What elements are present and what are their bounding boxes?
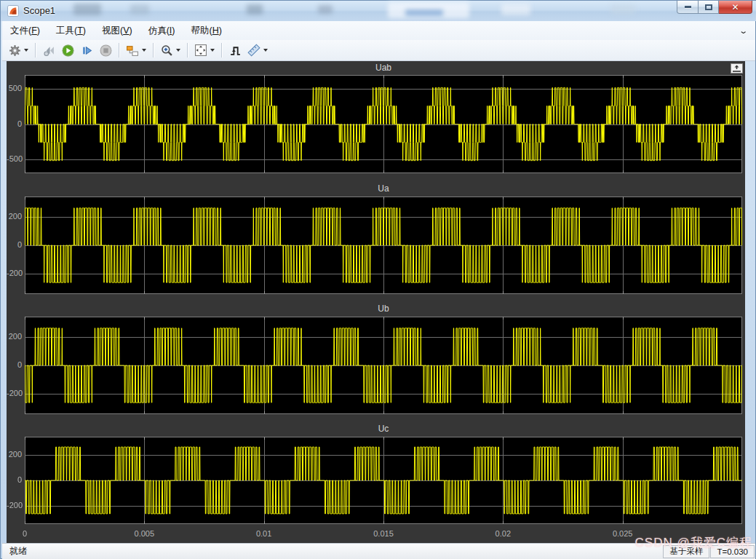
dropdown-arrow-icon xyxy=(24,49,28,52)
menu-item-label: 仿真( xyxy=(148,25,170,37)
step-forward-icon xyxy=(80,44,93,57)
plot-area-uab[interactable] xyxy=(25,75,742,173)
zoom-icon xyxy=(160,44,173,57)
menu-item-label: 文件( xyxy=(10,25,31,37)
menu-item-label: ) xyxy=(129,25,132,36)
x-tick-label: 0.005 xyxy=(128,529,160,538)
background-window-blur xyxy=(405,9,443,16)
window-title: Scope1 xyxy=(23,5,55,16)
y-tick-label: 500 xyxy=(7,84,22,92)
step-back-icon xyxy=(42,44,55,57)
measurements-button[interactable] xyxy=(245,41,270,59)
run-icon xyxy=(61,44,74,57)
menu-item-i[interactable]: 仿真(I) xyxy=(140,21,183,40)
toolbar-separator xyxy=(221,43,222,58)
y-tick-label: 200 xyxy=(7,332,22,341)
toolbar-separator xyxy=(153,43,154,58)
y-tick-label: 200 xyxy=(7,450,22,459)
x-tick-label: 0.015 xyxy=(367,529,399,538)
menu-items: 文件(F)工具(T)视图(V)仿真(I)帮助(H) xyxy=(2,21,230,40)
menu-item-h[interactable]: 帮助(H) xyxy=(183,21,229,40)
trigger-button[interactable] xyxy=(226,41,244,59)
toolbar-separator xyxy=(187,43,188,58)
x-tick-label: 0.02 xyxy=(487,529,519,538)
menu-bar: 文件(F)工具(T)视图(V)仿真(I)帮助(H) ⌄ xyxy=(2,21,755,41)
close-icon: ✕ xyxy=(731,3,739,12)
plot-area-ua[interactable] xyxy=(25,197,742,294)
background-window-blur xyxy=(610,4,635,15)
x-tick-label: 0.01 xyxy=(248,529,280,538)
minimize-button[interactable] xyxy=(677,1,699,14)
fit-to-view-button[interactable] xyxy=(192,41,217,59)
plot-title-uc: Uc xyxy=(25,424,742,435)
scope-canvas: Uab5000-500Ua2000-200Ub2000-200Uc2000-20… xyxy=(7,61,745,543)
fit-to-view-icon xyxy=(194,44,207,57)
plot-title-uab: Uab xyxy=(25,63,742,74)
signal-selector-icon xyxy=(126,44,139,57)
menu-item-v[interactable]: 视图(V) xyxy=(94,21,140,40)
y-tick-label: 200 xyxy=(7,212,22,221)
dropdown-arrow-icon xyxy=(142,49,146,52)
step-forward-button[interactable] xyxy=(78,41,95,59)
stop-icon xyxy=(99,44,112,57)
menu-item-label: ) xyxy=(172,25,175,36)
y-tick-label: -200 xyxy=(7,269,22,277)
dropdown-arrow-icon xyxy=(210,49,215,52)
background-window-blur xyxy=(501,4,530,15)
menu-item-t[interactable]: 工具(T) xyxy=(48,21,94,40)
stop-button[interactable] xyxy=(97,41,114,59)
plot-title-ub: Ub xyxy=(25,304,742,314)
menu-item-label: 工具( xyxy=(56,25,77,37)
x-tick-label: 0 xyxy=(9,529,41,538)
background-window-blur xyxy=(73,4,101,15)
menu-item-label: ) xyxy=(219,25,222,36)
dropdown-arrow-icon xyxy=(176,49,180,52)
scope-window: Scope1 ✕ 文件(F)工具(T)视图(V)仿真(I)帮助(H) ⌄ Uab… xyxy=(0,0,756,559)
signal-selector-button[interactable] xyxy=(124,41,148,59)
toolbar-separator xyxy=(119,43,119,58)
trigger-icon xyxy=(228,44,242,57)
y-tick-label: 0 xyxy=(7,475,22,484)
status-bar: 就绪 基于采样 T=0.030 xyxy=(2,543,755,559)
title-bar[interactable]: Scope1 ✕ xyxy=(1,1,756,21)
menu-overflow-chevron-icon[interactable]: ⌄ xyxy=(739,26,748,36)
plot-title-ua: Ua xyxy=(25,183,742,194)
minimize-icon xyxy=(685,6,691,8)
menu-item-f[interactable]: 文件(F) xyxy=(2,21,48,40)
background-window-blur xyxy=(247,4,263,15)
y-tick-label: -200 xyxy=(7,389,22,397)
plot-area-uc[interactable] xyxy=(25,437,742,524)
x-tick-label: 0.025 xyxy=(607,529,639,538)
menu-item-label: ) xyxy=(83,25,86,36)
menu-item-label: ) xyxy=(37,25,40,36)
y-tick-label: 0 xyxy=(7,119,22,128)
background-window-blur xyxy=(388,2,469,18)
toolbar-separator xyxy=(35,43,36,58)
y-tick-label: -200 xyxy=(7,501,22,510)
zoom-button[interactable] xyxy=(158,41,183,59)
y-tick-label: -500 xyxy=(7,154,22,163)
background-window-blur xyxy=(318,5,333,14)
run-button[interactable] xyxy=(59,41,76,59)
close-button[interactable]: ✕ xyxy=(719,1,752,14)
configuration-gear-button[interactable] xyxy=(6,41,31,59)
menu-item-label: 帮助( xyxy=(191,25,212,37)
menu-item-mnemonic: F xyxy=(31,25,37,36)
dropdown-arrow-icon xyxy=(263,49,268,52)
configuration-gear-icon xyxy=(8,44,21,57)
y-tick-label: 0 xyxy=(7,360,22,369)
y-tick-label: 0 xyxy=(7,240,22,249)
measurements-icon xyxy=(247,44,260,57)
toolbar xyxy=(2,40,755,61)
status-sim-time: T=0.030 xyxy=(710,545,755,558)
menu-item-mnemonic: H xyxy=(212,25,219,36)
status-ready-text: 就绪 xyxy=(2,545,663,558)
plot-area-ub[interactable] xyxy=(25,317,742,414)
background-window-blur xyxy=(130,4,149,15)
status-mode: 基于采样 xyxy=(663,545,709,558)
menu-item-mnemonic: V xyxy=(123,25,129,36)
menu-item-label: 视图( xyxy=(102,25,123,37)
maximize-button[interactable] xyxy=(699,1,719,14)
menu-item-mnemonic: T xyxy=(77,25,83,36)
step-back-button[interactable] xyxy=(40,41,57,59)
